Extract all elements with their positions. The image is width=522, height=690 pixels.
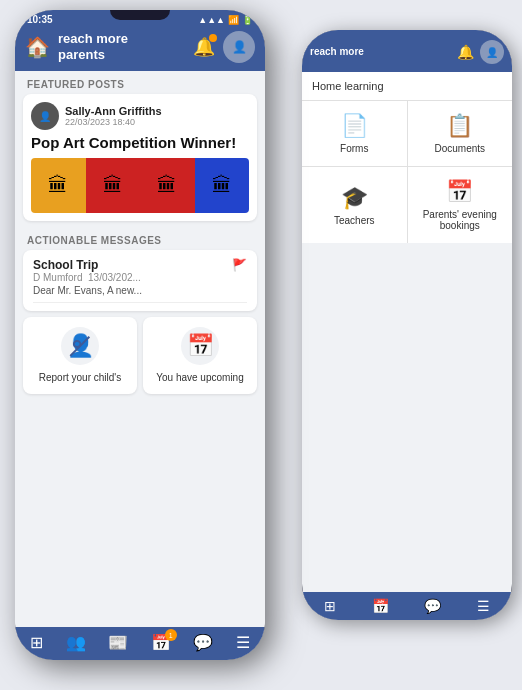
documents-label: Documents [434, 143, 485, 154]
building-icon-1: 🏛 [48, 174, 68, 197]
signal-icon: ▲▲▲ [198, 15, 225, 25]
contacts-icon: 👥 [66, 633, 86, 652]
back-icon-forms[interactable]: 📄 Forms [302, 101, 407, 166]
calendar-icon: 📅 [187, 333, 214, 359]
back-phone: reach more 🔔 👤 Home learning 📄 Forms 📋 D… [302, 30, 512, 620]
bottom-cards-row: 👤⚬ Report your child's 📅 You have upcomi… [23, 317, 257, 394]
upcoming-events-card[interactable]: 📅 You have upcoming [143, 317, 257, 394]
message-subject: School Trip [33, 258, 98, 272]
back-icon-grid: 📄 Forms 📋 Documents 🎓 Teachers 📅 Parents… [302, 101, 512, 243]
message-preview: Dear Mr. Evans, A new... [33, 285, 247, 296]
battery-icon: 🔋 [242, 15, 253, 25]
notification-badge [209, 34, 217, 42]
pop-art-image: 🏛 🏛 🏛 🏛 [31, 158, 249, 213]
post-title: Pop Art Competition Winner! [31, 134, 249, 152]
calendar-badge: 1 [165, 629, 177, 641]
message-item: School Trip 🚩 D Mumford 13/03/202... Dea… [33, 258, 247, 303]
back-phone-header: reach more 🔔 👤 [302, 30, 512, 72]
pop-art-panel-2: 🏛 [86, 158, 141, 213]
back-bell-icon[interactable]: 🔔 [457, 44, 474, 60]
nav-grid[interactable]: ⊞ [30, 633, 43, 652]
phone-container: reach more 🔔 👤 Home learning 📄 Forms 📋 D… [0, 0, 522, 690]
teachers-icon: 🎓 [341, 185, 368, 211]
actionable-messages-label: ACTIONABLE MESSAGES [15, 227, 265, 250]
report-absence-card[interactable]: 👤⚬ Report your child's [23, 317, 137, 394]
building-icon-2: 🏛 [103, 174, 123, 197]
user-avatar[interactable]: 👤 [223, 31, 255, 63]
phone-notch [110, 10, 170, 20]
back-nav-calendar-icon[interactable]: 📅 [372, 598, 389, 614]
post-author-row: 👤 Sally-Ann Griffiths 22/03/2023 18:40 [31, 102, 249, 130]
parents-evening-label: Parents' evening bookings [414, 209, 507, 231]
back-nav: ⊞ 📅 💬 ☰ [302, 592, 512, 620]
nav-messages[interactable]: 💬 [193, 633, 213, 652]
author-avatar: 👤 [31, 102, 59, 130]
messages-icon: 💬 [193, 633, 213, 652]
back-avatar: 👤 [480, 40, 504, 64]
building-icon-4: 🏛 [212, 174, 232, 197]
back-icon-documents[interactable]: 📋 Documents [408, 101, 513, 166]
nav-contacts[interactable]: 👥 [66, 633, 86, 652]
back-phone-content: Home learning 📄 Forms 📋 Documents 🎓 Teac… [302, 72, 512, 592]
post-date: 22/03/2023 18:40 [65, 117, 162, 127]
grid-icon: ⊞ [30, 633, 43, 652]
message-subject-row: School Trip 🚩 [33, 258, 247, 272]
front-phone: 10:35 ▲▲▲ 📶 🔋 🏠 reach more parents 🔔 [15, 10, 265, 660]
app-content: FEATURED POSTS 👤 Sally-Ann Griffiths 22/… [15, 71, 265, 627]
upcoming-events-text: You have upcoming [156, 371, 243, 384]
pop-art-panel-1: 🏛 [31, 158, 86, 213]
actionable-message-card[interactable]: School Trip 🚩 D Mumford 13/03/202... Dea… [23, 250, 257, 311]
pop-art-panel-4: 🏛 [195, 158, 250, 213]
back-nav-menu-icon[interactable]: ☰ [477, 598, 490, 614]
absence-icon-wrapper: 👤⚬ [61, 327, 99, 365]
report-absence-text: Report your child's [39, 371, 122, 384]
building-icon-3: 🏛 [157, 174, 177, 197]
teachers-label: Teachers [334, 215, 375, 226]
back-icon-teachers[interactable]: 🎓 Teachers [302, 167, 407, 243]
back-nav-chat-icon[interactable]: 💬 [424, 598, 441, 614]
app-header: 🏠 reach more parents 🔔 👤 [15, 25, 265, 71]
author-name: Sally-Ann Griffiths [65, 105, 162, 117]
flag-icon: 🚩 [232, 258, 247, 272]
app-nav: ⊞ 👥 📰 📅 1 💬 ☰ [15, 627, 265, 660]
home-icon[interactable]: 🏠 [25, 35, 50, 59]
back-icon-parents-evening[interactable]: 📅 Parents' evening bookings [408, 167, 513, 243]
featured-post-card[interactable]: 👤 Sally-Ann Griffiths 22/03/2023 18:40 P… [23, 94, 257, 221]
featured-posts-label: FEATURED POSTS [15, 71, 265, 94]
back-nav-grid-icon[interactable]: ⊞ [324, 598, 336, 614]
calendar-icon-wrapper: 📅 [181, 327, 219, 365]
status-time: 10:35 [27, 14, 53, 25]
nav-menu[interactable]: ☰ [236, 633, 250, 652]
forms-label: Forms [340, 143, 368, 154]
news-icon: 📰 [108, 633, 128, 652]
nav-news[interactable]: 📰 [108, 633, 128, 652]
message-sender: D Mumford 13/03/202... [33, 272, 247, 283]
wifi-icon: 📶 [228, 15, 239, 25]
pop-art-panel-3: 🏛 [140, 158, 195, 213]
notification-bell[interactable]: 🔔 [193, 36, 215, 58]
forms-icon: 📄 [341, 113, 368, 139]
menu-icon: ☰ [236, 633, 250, 652]
parents-evening-icon: 📅 [446, 179, 473, 205]
nav-calendar[interactable]: 📅 1 [151, 633, 171, 652]
app-logo: reach more parents [58, 31, 185, 62]
status-icons: ▲▲▲ 📶 🔋 [198, 15, 253, 25]
person-slash-icon: 👤⚬ [67, 333, 94, 359]
documents-icon: 📋 [446, 113, 473, 139]
back-menu-home-learning[interactable]: Home learning [302, 72, 512, 101]
back-logo: reach more [310, 46, 451, 58]
